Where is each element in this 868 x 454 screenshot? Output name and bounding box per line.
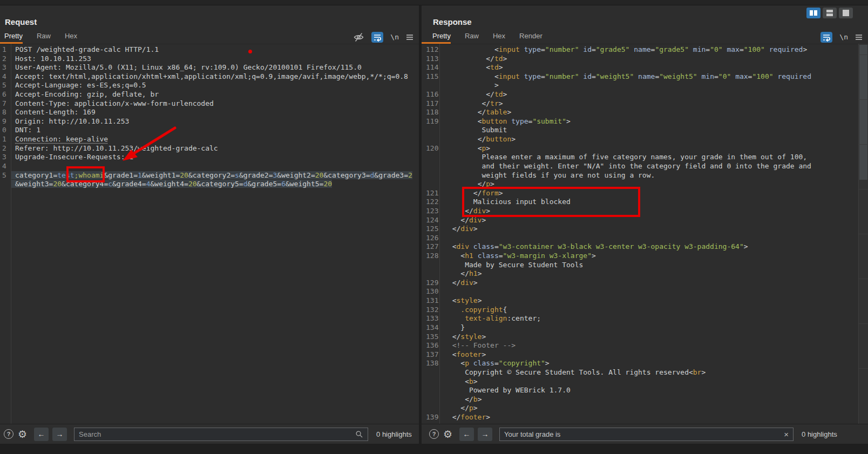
line-number: 4 [0,162,11,171]
response-tab-pretty[interactable]: Pretty [422,30,451,44]
search-magnifier-icon[interactable] [355,430,363,438]
line-number: 136 [422,341,439,350]
code-line: 135 </style> [422,333,858,342]
line-number: 112 [422,45,439,55]
code-line: Submit [422,126,858,135]
request-tab-pretty[interactable]: Pretty [0,30,23,44]
code-line: 138 <p class="copyright"> [422,359,858,368]
line-number: 127 [422,242,439,252]
single-view-button[interactable] [839,8,853,18]
previous-match-button[interactable]: ← [459,428,474,441]
code-line: 120 <p> [422,144,858,153]
line-number: 135 [422,333,439,342]
help-icon[interactable]: ? [429,429,439,439]
code-line: 113 </td> [422,55,858,64]
code-line: 1POST /weighted-grade-calc HTTP/1.1 [0,45,419,55]
line-number: 5 [0,81,11,90]
code-line: 126 [422,234,858,243]
response-tab-raw[interactable]: Raw [465,30,479,44]
line-number: 119 [422,117,439,126]
request-search-input[interactable]: Search [74,428,368,441]
code-line: 3Upgrade-Insecure-Requests: 1 [0,153,419,162]
editor-menu-icon[interactable] [406,34,413,40]
line-number: 2 [0,55,11,64]
code-line: Copyright © Secure Student Tools. All ri… [422,368,858,377]
response-editor[interactable]: 112 <input type="number" id="grade5" nam… [422,44,858,424]
window-top-strip [0,0,868,5]
code-line: and their weight. Enter "N/A" into the c… [422,162,858,171]
line-number: 123 [422,207,439,216]
editor-menu-icon[interactable] [855,34,863,40]
next-match-button[interactable]: → [478,428,492,441]
search-placeholder: Search [79,430,355,438]
wrap-lines-icon[interactable] [371,32,383,43]
response-panel-title: Response [433,17,472,26]
code-line: weight fields if you are not using a row… [422,171,858,180]
line-number: 1 [0,45,11,55]
next-match-button[interactable]: → [52,428,67,441]
line-number: 121 [422,189,439,198]
line-number: 113 [422,55,439,64]
response-scrollbar-track [858,44,868,424]
code-line: Powered by WEBrick 1.7.0 [422,386,858,395]
response-search-input[interactable]: Your total grade is × [499,428,794,441]
rows-view-button[interactable] [823,8,837,18]
request-editor[interactable]: 1POST /weighted-grade-calc HTTP/1.12Host… [0,44,419,424]
code-line: </p> [422,404,858,413]
help-icon[interactable]: ? [4,429,13,439]
code-line: &weight3=20&category4=c&grade4=4&weight4… [0,180,419,189]
line-number: 115 [422,72,439,82]
columns-view-button[interactable] [806,8,820,18]
code-line: </p> [422,180,858,189]
response-scrollbar-thumb[interactable] [859,45,867,180]
line-number: 124 [422,216,439,225]
code-line: 115 <input type="number" id="weight5" na… [422,72,858,82]
line-number: 9 [0,117,11,126]
single-view-icon [842,10,850,16]
code-line: 7Content-Type: application/x-www-form-ur… [0,99,419,109]
code-line: 1Connection: keep-alive [0,135,419,144]
code-line: 3User-Agent: Mozilla/5.0 (X11; Linux x86… [0,63,419,72]
line-number: 132 [422,306,439,315]
rows-view-icon [826,10,833,16]
response-highlight-count: 0 highlights [802,430,837,438]
line-number: 126 [422,234,439,243]
columns-view-icon [810,10,817,16]
line-number: 5 [0,171,11,180]
code-line: 0DNT: 1 [0,126,419,135]
code-line: 2Host: 10.10.11.253 [0,55,419,64]
hide-items-eye-icon[interactable] [353,32,364,43]
request-tab-hex[interactable]: Hex [65,30,77,44]
clear-search-icon[interactable]: × [781,430,789,439]
line-number: 117 [422,99,439,109]
response-tab-render[interactable]: Render [519,30,542,44]
settings-gear-icon[interactable]: ⚙ [443,429,452,439]
request-editor-toolbar: \n [353,30,413,44]
wrap-lines-icon[interactable] [820,32,832,43]
request-tab-raw[interactable]: Raw [37,30,51,44]
line-number: 6 [0,90,11,99]
response-tab-hex[interactable]: Hex [493,30,505,44]
code-line: 4Accept: text/html,application/xhtml+xml… [0,72,419,82]
code-line: 136 <!-- Footer --> [422,341,858,350]
code-line: 116 </td> [422,90,858,99]
line-number: 3 [0,63,11,72]
code-line: 5category1=test;whoami&grade1=1&weight1=… [0,171,419,180]
code-line: </h1> [422,269,858,279]
previous-match-button[interactable]: ← [34,428,49,441]
newline-chars-icon[interactable]: \n [390,33,399,41]
line-number: 7 [0,99,11,109]
code-line: 9Origin: http://10.10.11.253 [0,117,419,126]
code-line: 118 </table> [422,108,858,117]
code-line: </button> [422,135,858,144]
line-number: 8 [0,108,11,117]
code-line: > [422,81,858,90]
code-line: 127 <div class="w3-container w3-black w3… [422,242,858,252]
newline-chars-icon[interactable]: \n [839,33,848,41]
line-number: 2 [0,144,11,153]
response-editor-toolbar: \n [820,30,863,44]
code-line: 124 </div> [422,216,858,225]
line-number: 139 [422,413,439,422]
code-line: 130 [422,287,858,296]
settings-gear-icon[interactable]: ⚙ [18,429,27,439]
